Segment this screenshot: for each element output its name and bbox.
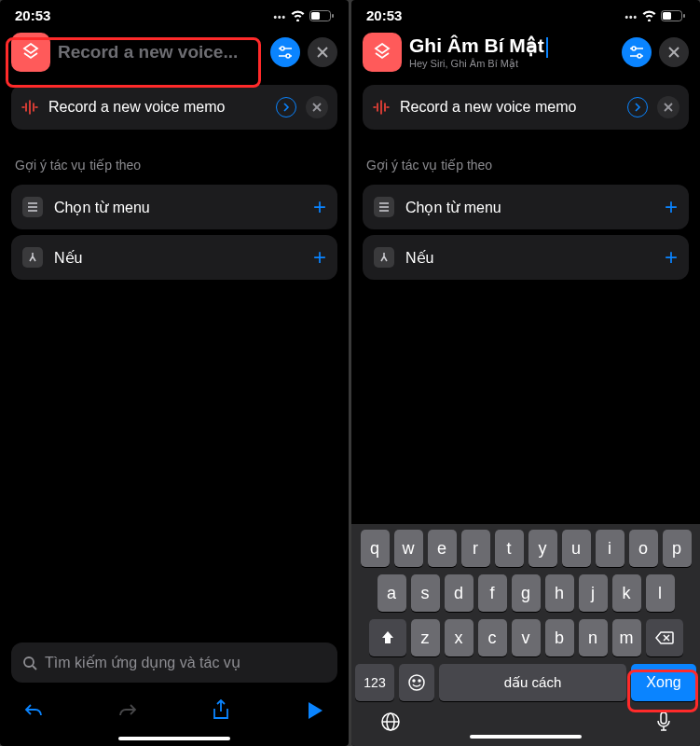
svg-rect-18 [683, 14, 685, 18]
done-key[interactable]: Xong [631, 664, 696, 701]
key-t[interactable]: t [495, 530, 524, 567]
share-button[interactable] [206, 699, 236, 722]
svg-point-32 [409, 675, 424, 690]
menu-icon [374, 197, 394, 217]
svg-point-20 [632, 47, 636, 50]
status-icons [625, 7, 685, 23]
svg-point-22 [638, 54, 641, 58]
play-button[interactable] [300, 701, 330, 720]
home-indicator[interactable] [118, 737, 230, 740]
search-icon [22, 656, 37, 670]
svg-rect-17 [663, 12, 671, 20]
suggest-row-menu[interactable]: Chọn từ menu + [11, 185, 337, 229]
key-k[interactable]: k [612, 574, 641, 612]
status-time: 20:53 [15, 7, 50, 23]
settings-button[interactable] [622, 37, 652, 67]
key-q[interactable]: q [361, 530, 390, 567]
add-suggest-icon[interactable]: + [665, 196, 678, 218]
key-b[interactable]: b [545, 619, 574, 656]
svg-point-4 [281, 47, 284, 50]
key-z[interactable]: z [411, 619, 440, 656]
key-o[interactable]: o [629, 530, 658, 567]
suggest-row-if[interactable]: Nếu + [363, 235, 689, 280]
remove-action-button[interactable] [657, 96, 679, 118]
svg-rect-1 [311, 12, 320, 20]
keyboard-row-3: zxcvbnm [355, 619, 696, 656]
action-label: Record a new voice memo [400, 99, 618, 116]
key-u[interactable]: u [562, 530, 591, 567]
close-button[interactable] [308, 37, 337, 67]
svg-point-34 [419, 680, 420, 682]
search-input[interactable]: Tìm kiếm ứng dụng và tác vụ [11, 642, 337, 683]
shortcut-app-icon[interactable] [11, 33, 50, 72]
action-card[interactable]: Record a new voice memo [11, 85, 337, 130]
key-w[interactable]: w [394, 530, 423, 567]
key-l[interactable]: l [646, 574, 675, 612]
key-p[interactable]: p [663, 530, 692, 567]
space-key[interactable]: dấu cách [439, 664, 626, 701]
emoji-key[interactable] [399, 664, 434, 701]
key-m[interactable]: m [612, 619, 641, 656]
shortcut-subtitle: Hey Siri, Ghi Âm Bí Mật [409, 58, 614, 70]
svg-point-14 [24, 657, 34, 667]
action-label: Record a new voice memo [48, 99, 267, 116]
section-title: Gợi ý tác vụ tiếp theo [351, 135, 700, 182]
add-suggest-icon[interactable]: + [665, 246, 678, 269]
shortcut-app-icon[interactable] [363, 33, 402, 72]
svg-point-33 [413, 680, 415, 682]
status-icons [273, 7, 334, 23]
undo-button[interactable] [19, 701, 48, 720]
backspace-key[interactable] [646, 619, 683, 656]
battery-icon [661, 10, 685, 21]
add-suggest-icon[interactable]: + [313, 246, 326, 269]
keyboard-row-1: qwertyuiop [355, 530, 696, 567]
key-r[interactable]: r [461, 530, 490, 567]
phone-left: 20:53 Record a new voice... Record a new… [0, 0, 349, 746]
key-h[interactable]: h [545, 574, 574, 612]
key-a[interactable]: a [377, 574, 406, 612]
action-card[interactable]: Record a new voice memo [363, 85, 689, 130]
key-i[interactable]: i [596, 530, 625, 567]
wifi-icon [641, 9, 657, 21]
shortcut-title-placeholder[interactable]: Record a new voice... [58, 42, 263, 62]
status-time: 20:53 [366, 7, 402, 23]
add-suggest-icon[interactable]: + [313, 196, 326, 218]
phone-right: 20:53 Ghi Âm Bí Mật Hey Siri, Ghi Âm Bí … [351, 0, 700, 746]
key-g[interactable]: g [512, 574, 541, 612]
key-x[interactable]: x [445, 619, 474, 656]
voice-memo-icon [21, 98, 39, 117]
shift-key[interactable] [369, 619, 406, 656]
key-f[interactable]: f [478, 574, 507, 612]
section-title: Gợi ý tác vụ tiếp theo [0, 135, 349, 182]
key-y[interactable]: y [528, 530, 557, 567]
key-n[interactable]: n [579, 619, 608, 656]
suggest-label: Nếu [54, 249, 302, 267]
key-e[interactable]: e [428, 530, 457, 567]
suggest-row-menu[interactable]: Chọn từ menu + [363, 185, 689, 229]
dictation-key[interactable] [655, 711, 672, 733]
shortcut-header: Ghi Âm Bí Mật Hey Siri, Ghi Âm Bí Mật [351, 25, 700, 79]
key-v[interactable]: v [512, 619, 541, 656]
keyboard-row-2: asdfghjkl [355, 574, 696, 612]
expand-action-icon[interactable] [276, 97, 296, 117]
close-button[interactable] [659, 37, 689, 67]
search-placeholder: Tìm kiếm ứng dụng và tác vụ [45, 654, 240, 671]
expand-action-icon[interactable] [627, 97, 648, 117]
suggest-row-if[interactable]: Nếu + [11, 235, 337, 280]
battery-icon [309, 10, 334, 21]
suggest-label: Chọn từ menu [54, 199, 302, 216]
key-j[interactable]: j [579, 574, 608, 612]
shortcut-title-input[interactable]: Ghi Âm Bí Mật [409, 35, 614, 59]
svg-rect-38 [661, 712, 666, 724]
settings-button[interactable] [270, 37, 300, 67]
remove-action-button[interactable] [306, 96, 328, 118]
globe-key[interactable] [379, 711, 402, 733]
bottom-toolbar [0, 690, 349, 735]
key-c[interactable]: c [478, 619, 507, 656]
numbers-key[interactable]: 123 [355, 664, 394, 701]
key-d[interactable]: d [445, 574, 474, 612]
status-bar: 20:53 [0, 0, 349, 25]
branch-icon [374, 247, 394, 268]
home-indicator[interactable] [470, 735, 582, 739]
key-s[interactable]: s [411, 574, 440, 612]
